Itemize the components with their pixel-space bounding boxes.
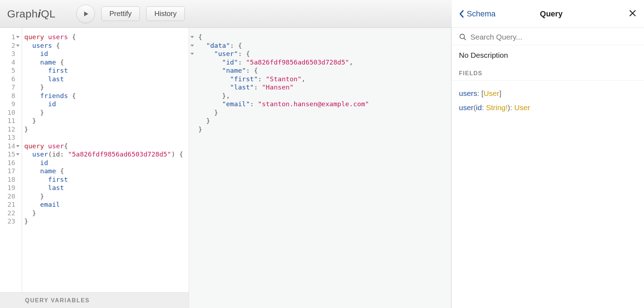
line-number: 6	[0, 75, 20, 83]
result-line: "data": {	[198, 41, 449, 50]
result-line: {	[198, 33, 449, 41]
result-line: "id": "5a826fdf9856ad6503d728d5",	[198, 58, 449, 67]
line-number: 1	[0, 33, 20, 41]
line-number: 10	[0, 108, 20, 117]
fields-section-label: FIELDS	[452, 70, 644, 81]
result-pane: { "data": { "user": { "id": "5a826fdf985…	[189, 28, 451, 308]
code-line: id	[24, 159, 186, 167]
code-line: }	[24, 83, 186, 92]
line-number: 7	[0, 83, 20, 92]
code-line: }	[24, 192, 186, 201]
line-number: 17	[0, 167, 20, 175]
history-button[interactable]: History	[146, 6, 185, 21]
line-number: 4	[0, 58, 20, 67]
line-number: 3	[0, 50, 20, 58]
line-number: 21	[0, 200, 20, 209]
result-line: }	[198, 108, 449, 117]
docs-description: No Description	[452, 45, 644, 70]
code-line: query user{	[24, 142, 186, 150]
line-number: 13	[0, 133, 20, 142]
result-line: "last": "Hansen"	[198, 83, 449, 92]
line-number: 2	[0, 41, 20, 50]
code-line: name {	[24, 167, 186, 175]
code-line	[24, 133, 186, 142]
line-number: 20	[0, 192, 20, 201]
code-line: friends {	[24, 92, 186, 100]
code-line: user(id: "5a826fdf9856ad6503d728d5") {	[24, 150, 186, 159]
code-line: name {	[24, 58, 186, 67]
line-number: 14	[0, 142, 20, 150]
docs-title: Query	[474, 9, 628, 19]
result-line: "first": "Stanton",	[198, 75, 449, 83]
line-number: 23	[0, 217, 20, 226]
play-icon	[82, 10, 90, 17]
line-number: 5	[0, 66, 20, 75]
search-icon	[459, 33, 467, 41]
svg-point-0	[460, 34, 465, 39]
app-logo: GraphiQL	[7, 8, 56, 20]
code-line: }	[24, 117, 186, 125]
code-line: first	[24, 175, 186, 184]
line-number: 11	[0, 117, 20, 125]
result-line: "email": "stanton.hansen@example.com"	[198, 100, 449, 108]
line-number: 12	[0, 125, 20, 134]
code-line: last	[24, 184, 186, 192]
code-line: }	[24, 125, 186, 134]
code-line: query users {	[24, 33, 186, 41]
code-line: }	[24, 217, 186, 226]
result-line: },	[198, 92, 449, 100]
result-line: }	[198, 117, 449, 125]
field-row[interactable]: user(id: String!): User	[459, 101, 637, 115]
query-editor[interactable]: 1234567891011121314151617181920212223 qu…	[0, 28, 189, 292]
chevron-left-icon	[459, 10, 464, 18]
docs-panel: Schema Query No Description FIELDS users…	[451, 28, 644, 308]
code-line: last	[24, 75, 186, 83]
prettify-button[interactable]: Prettify	[101, 6, 140, 21]
line-number: 19	[0, 184, 20, 192]
result-line: "user": {	[198, 50, 449, 58]
line-number: 8	[0, 92, 20, 100]
code-line: }	[24, 108, 186, 117]
code-line: id	[24, 100, 186, 108]
line-number: 16	[0, 159, 20, 167]
docs-close-button[interactable]	[628, 9, 637, 19]
line-number: 15	[0, 150, 20, 159]
field-row[interactable]: users: [User]	[459, 86, 637, 101]
close-icon	[628, 9, 637, 17]
code-line: email	[24, 200, 186, 209]
run-button[interactable]	[76, 5, 95, 23]
line-number: 9	[0, 100, 20, 108]
docs-search-input[interactable]	[470, 33, 637, 41]
result-line: "name": {	[198, 66, 449, 75]
code-line: }	[24, 209, 186, 217]
line-number: 18	[0, 175, 20, 184]
line-number: 22	[0, 209, 20, 217]
code-line: id	[24, 50, 186, 58]
query-variables-toggle[interactable]: QUERY VARIABLES	[0, 292, 189, 308]
result-line: }	[198, 125, 449, 134]
code-line: users {	[24, 41, 186, 50]
code-line: first	[24, 66, 186, 75]
